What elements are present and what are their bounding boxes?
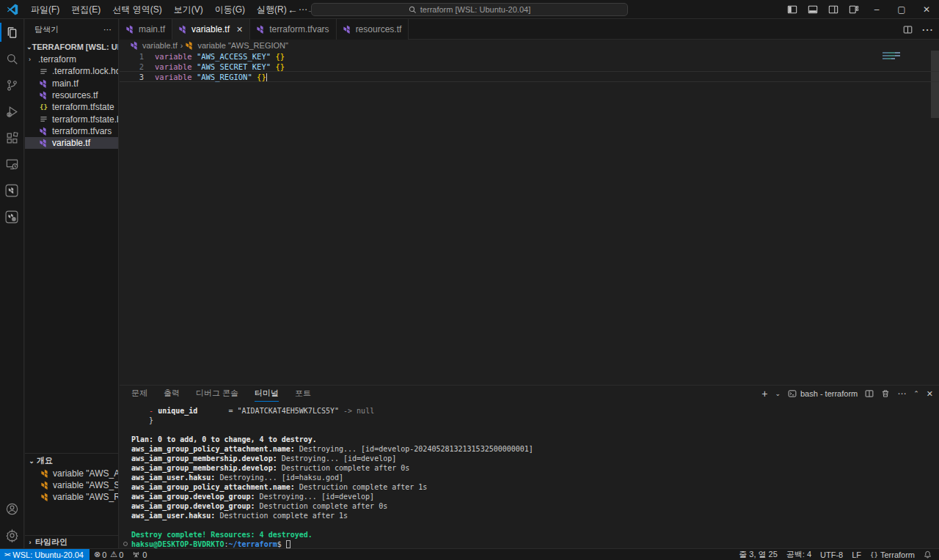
command-center-search[interactable]: terraform [WSL: Ubuntu-20.04] — [311, 3, 628, 16]
maximize-panel-icon[interactable]: ⌃ — [913, 390, 919, 397]
panel-tab-item[interactable]: 포트 — [295, 386, 311, 402]
tab-label: variable.tf — [191, 24, 230, 34]
problems-indicator[interactable]: ⊗0 ⚠0 — [89, 549, 128, 560]
nav-back-icon[interactable]: ← — [288, 4, 298, 15]
minimize-button[interactable]: – — [864, 0, 889, 19]
terraform-file-icon — [126, 25, 135, 34]
customize-layout-icon[interactable] — [844, 0, 864, 19]
panel-tab-item[interactable]: 디버그 콘솔 — [196, 386, 238, 402]
timeline-title: 타임라인 — [35, 537, 67, 548]
outline-header[interactable]: ⌄ 개요 — [25, 454, 118, 468]
outline-label: variable "AWS_REG... — [53, 492, 118, 502]
activity-settings-icon[interactable] — [0, 522, 23, 548]
activity-search-icon[interactable] — [0, 45, 23, 72]
remote-icon: >< — [4, 551, 10, 558]
editor-tab[interactable]: resources.tf — [337, 19, 409, 40]
file-tree-item[interactable]: .terraform.lock.hcl — [25, 65, 118, 77]
activity-remote-explorer-icon[interactable] — [0, 151, 23, 177]
activity-terraform-cloud-icon[interactable] — [0, 204, 23, 230]
panel-tab-active[interactable]: 터미널 — [255, 386, 279, 402]
breadcrumb-symbol[interactable]: variable "AWS_REGION" — [197, 41, 288, 50]
file-tree-item[interactable]: terraform.tfstate.back... — [25, 113, 118, 125]
close-panel-icon[interactable]: ✕ — [927, 389, 933, 399]
outline-item[interactable]: variable "AWS_ACC... — [25, 468, 118, 479]
menu-item[interactable]: 선택 영역(S) — [106, 2, 167, 17]
menu-item[interactable]: 이동(G) — [209, 2, 251, 17]
close-button[interactable]: ✕ — [914, 0, 939, 19]
editor-tab[interactable]: terraform.tfvars — [250, 19, 336, 40]
encoding[interactable]: UTF-8 — [816, 549, 847, 560]
outline-item[interactable]: variable "AWS_REG... — [25, 491, 118, 503]
terminal-line: aws_iam_group.develop_group: Destruction… — [131, 501, 939, 511]
line-number: 2 — [120, 62, 144, 72]
close-tab-icon[interactable]: ✕ — [236, 25, 243, 34]
notifications-bell[interactable] — [919, 549, 939, 560]
toggle-sidebar-icon[interactable] — [782, 0, 803, 19]
terminal-line: aws_iam_group_policy_attachment.name: De… — [131, 482, 939, 492]
terraform-file-icon — [38, 91, 49, 100]
menu-item[interactable]: 실행(R) — [251, 2, 293, 17]
error-count: 0 — [102, 550, 106, 559]
chevron-down-icon: ⌄ — [26, 43, 32, 51]
file-label: terraform.tfstate — [52, 102, 114, 112]
file-label: variable.tf — [52, 138, 90, 148]
code-line[interactable]: 3variable "AWS_REGION" {} — [120, 71, 939, 82]
file-tree-item[interactable]: resources.tf — [25, 89, 118, 101]
sidebar-more-actions-icon[interactable]: ⋯ — [103, 25, 112, 34]
file-tree-item[interactable]: main.tf — [25, 78, 118, 89]
code-line[interactable]: 1variable "AWS_ACCESS_KEY" {} — [120, 51, 939, 62]
terminal-dropdown-icon[interactable]: ⌄ — [775, 390, 781, 397]
menu-item[interactable]: 파일(F) — [25, 2, 65, 17]
breadcrumb[interactable]: variable.tf › variable "AWS_REGION" — [120, 40, 939, 51]
activity-accounts-icon[interactable] — [0, 495, 23, 522]
code-editor[interactable]: 1variable "AWS_ACCESS_KEY" {}2variable "… — [120, 51, 939, 385]
code-text: variable "AWS_SECRET_KEY" {} — [144, 62, 285, 72]
bottom-panel: 문제출력디버그 콘솔터미널포트 + ⌄ bash - terraform ⋯ ⌃… — [120, 385, 939, 548]
remote-indicator[interactable]: >< WSL: Ubuntu-20.04 — [0, 549, 89, 560]
file-tree-item[interactable]: terraform.tfvars — [25, 125, 118, 137]
explorer-section-header[interactable]: ⌄ TERRAFORM [WSL: UBUN... — [25, 40, 118, 54]
breadcrumb-file[interactable]: variable.tf — [142, 41, 178, 50]
editor-more-actions-icon[interactable]: ⋯ — [921, 23, 933, 37]
terminal-tab[interactable]: bash - terraform — [788, 389, 858, 398]
command-decoration-icon[interactable] — [123, 542, 128, 546]
outline-item[interactable]: variable "AWS_SEC... — [25, 479, 118, 491]
ports-indicator[interactable]: 0 — [128, 549, 151, 560]
language-mode[interactable]: {} Terraform — [866, 549, 919, 560]
terminal-line: Plan: 0 to add, 0 to change, 4 to destro… — [131, 435, 939, 444]
activity-source-control-icon[interactable] — [0, 72, 23, 98]
kill-terminal-icon[interactable] — [881, 389, 890, 398]
panel-more-actions-icon[interactable]: ⋯ — [897, 388, 906, 399]
file-tree-item[interactable]: ›.terraform — [25, 54, 118, 65]
terminal-output[interactable]: - unique_id = "AIDATCKAT4EH5WK7LCS5Y" ->… — [120, 402, 939, 549]
new-terminal-icon[interactable]: + — [761, 388, 767, 399]
restore-button[interactable]: ▢ — [889, 0, 914, 19]
panel-tab-item[interactable]: 출력 — [164, 386, 180, 402]
tab-label: main.tf — [139, 24, 165, 34]
activity-terraform-icon[interactable] — [0, 177, 23, 204]
folder-label: .terraform — [38, 54, 76, 65]
file-tree-item[interactable]: variable.tf — [25, 137, 118, 149]
panel-tab-item[interactable]: 문제 — [131, 386, 147, 402]
timeline-section-header[interactable]: › 타임라인 — [25, 535, 118, 548]
toggle-secondary-sidebar-icon[interactable] — [823, 0, 844, 19]
explorer-section-label: TERRAFORM [WSL: UBUN... — [32, 43, 118, 51]
eol-sequence[interactable]: LF — [847, 549, 866, 560]
activity-explorer-icon[interactable] — [0, 19, 23, 45]
toggle-panel-icon[interactable] — [803, 0, 823, 19]
editor-tab[interactable]: main.tf — [120, 19, 172, 40]
editor-tab[interactable]: variable.tf✕ — [172, 19, 250, 40]
activity-extensions-icon[interactable] — [0, 125, 23, 151]
menu-item[interactable]: 편집(E) — [65, 2, 106, 17]
activity-run-debug-icon[interactable] — [0, 98, 23, 125]
terraform-file-icon — [38, 127, 49, 136]
cursor-position[interactable]: 줄 3, 열 25 — [734, 549, 782, 560]
split-editor-icon[interactable] — [903, 25, 913, 34]
code-line[interactable]: 2variable "AWS_SECRET_KEY" {} — [120, 62, 939, 72]
menu-item[interactable]: 보기(V) — [168, 2, 209, 17]
file-icon — [38, 115, 49, 123]
chevron-down-icon: ⌄ — [26, 457, 37, 465]
split-terminal-icon[interactable] — [865, 389, 874, 398]
indentation[interactable]: 공백: 4 — [782, 549, 816, 560]
file-tree-item[interactable]: {}terraform.tfstate — [25, 101, 118, 113]
